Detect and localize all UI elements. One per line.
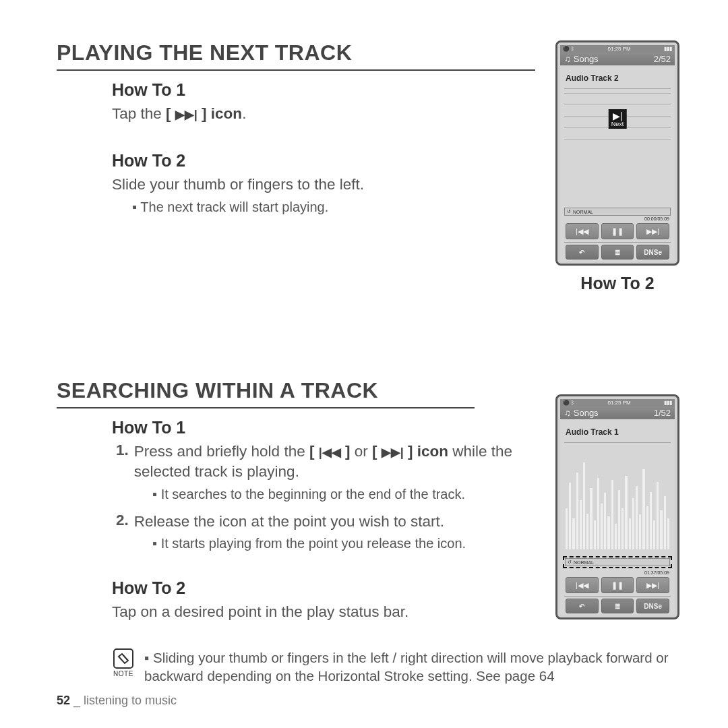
next-track-icon: ▶▶| [175,108,198,121]
text-pre: Tap the [112,105,166,122]
next-button[interactable]: ▶▶| [636,223,669,239]
howto2-caption: How To 2 [555,274,679,293]
bracket: ] [341,443,351,460]
icon-word: icon [417,443,448,460]
songs-label: Songs [574,54,599,64]
track-title: Audio Track 2 [564,69,671,89]
next-track-icon: ▶▶| [382,446,404,459]
playback-controls: |◀◀ ❚❚ ▶▶| [564,223,671,242]
prev-track-icon: |◀◀ [319,446,341,459]
songs-label: Songs [574,408,599,418]
chapter-name: listening to music [84,694,177,707]
track-title: Audio Track 1 [564,423,671,443]
track-counter: 2/52 [654,54,671,64]
howto1-heading: How To 1 [112,80,535,100]
status-bar: ⚫ ᛒ 01:25 PM ▮▮▮ [560,399,675,406]
bluetooth-icon: ⚫ ᛒ [563,400,574,406]
prev-button[interactable]: |◀◀ [566,223,599,239]
play-status-bar-highlight: ↺NORMAL [563,556,672,568]
note-label: NOTE [112,670,135,677]
title-bar: ♫Songs 1/52 [560,406,675,419]
page-number: 52 [57,694,70,707]
t: Press and briefly hold the [134,443,309,460]
playback-controls: |◀◀ ❚❚ ▶▶| [564,577,671,596]
status-bar: ⚫ ᛒ 01:25 PM ▮▮▮ [560,45,675,53]
page-footer: 52 _ listening to music [57,694,177,708]
back-button[interactable]: ↶ [566,245,599,260]
music-icon: ♫ [564,408,571,418]
bluetooth-icon: ⚫ ᛒ [563,46,574,52]
next-overlay: ▶| Next [609,109,627,129]
step-2-bullet: It starts playing from the point you rel… [152,536,535,551]
s2-howto2-text: Tap on a desired point in the play statu… [112,602,535,622]
normal-label: NORMAL [573,210,593,214]
dnse-button[interactable]: DNSe [636,245,669,260]
bracket-open: [ [166,105,175,122]
howto1-text: Tap the [ ▶▶| ] icon. [112,104,535,124]
menu-button[interactable]: ≣ [601,599,634,613]
section-title-playing-next-track: PLAYING THE NEXT TRACK [57,40,535,71]
step-1-text: Press and briefly hold the [ |◀◀ ] or [ … [134,442,535,483]
title-bar: ♫Songs 2/52 [560,53,675,65]
play-status-bar[interactable]: ↺NORMAL [565,558,670,566]
equalizer [564,447,671,549]
svg-line-0 [123,655,127,659]
note-text: Sliding your thumb or fingers in the lef… [144,648,679,686]
step-1: 1. Press and briefly hold the [ |◀◀ ] or… [116,442,535,483]
step-1-num: 1. [116,442,129,483]
pause-button[interactable]: ❚❚ [601,577,634,593]
dnse-button[interactable]: DNSe [636,599,669,613]
status-time: 01:25 PM [607,400,630,406]
next-overlay-icon: ▶| [611,111,624,121]
visualizer-area: ▶| Next [564,89,671,208]
device-screenshot-search: ⚫ ᛒ 01:25 PM ▮▮▮ ♫Songs 1/52 Audio Track… [555,394,679,619]
s2-howto2-heading: How To 2 [112,578,535,598]
section-title-searching: SEARCHING WITHIN A TRACK [57,378,475,408]
next-button[interactable]: ▶▶| [636,577,669,593]
icon-word: icon [211,105,242,122]
note-icon: NOTE [112,648,135,677]
howto2-bullet: The next track will start playing. [132,200,535,215]
repeat-icon: ↺ [568,559,572,565]
prev-button[interactable]: |◀◀ [566,577,599,593]
howto2-heading: How To 2 [112,151,535,171]
time-display: 01:37/05:09 [564,570,671,577]
bracket: ] [404,443,417,460]
step-2-text: Release the icon at the point you wish t… [134,512,444,532]
footer-sep: _ [70,694,84,707]
repeat-icon: ↺ [567,209,571,214]
normal-label: NORMAL [574,560,594,565]
note-block: NOTE Sliding your thumb or fingers in th… [57,648,679,686]
track-counter: 1/52 [654,408,671,418]
device-screenshot-next: ⚫ ᛒ 01:25 PM ▮▮▮ ♫Songs 2/52 Audio Track… [555,40,679,266]
battery-icon: ▮▮▮ [664,400,672,406]
pause-button[interactable]: ❚❚ [601,223,634,239]
bottom-bar: ↶ ≣ DNSe [564,242,671,261]
step-2: 2. Release the icon at the point you wis… [116,512,535,532]
bracket: [ [372,443,382,460]
bracket-close: ] [198,105,211,122]
battery-icon: ▮▮▮ [664,46,672,52]
bracket: [ [309,443,319,460]
music-icon: ♫ [564,54,571,64]
menu-button[interactable]: ≣ [601,245,634,260]
next-overlay-label: Next [611,121,624,127]
howto2-text: Slide your thumb or fingers to the left. [112,175,535,195]
status-time: 01:25 PM [607,46,630,52]
s2-howto1-heading: How To 1 [112,418,535,437]
bottom-bar: ↶ ≣ DNSe [564,596,671,615]
time-display: 00:00/05:09 [564,216,671,223]
visualizer-area [564,443,671,555]
or: or [350,443,372,460]
period: . [242,105,246,122]
play-status-bar[interactable]: ↺NORMAL [564,208,671,216]
step-2-num: 2. [116,512,129,532]
step-1-bullet: It searches to the beginning or the end … [152,487,535,502]
back-button[interactable]: ↶ [566,599,599,613]
